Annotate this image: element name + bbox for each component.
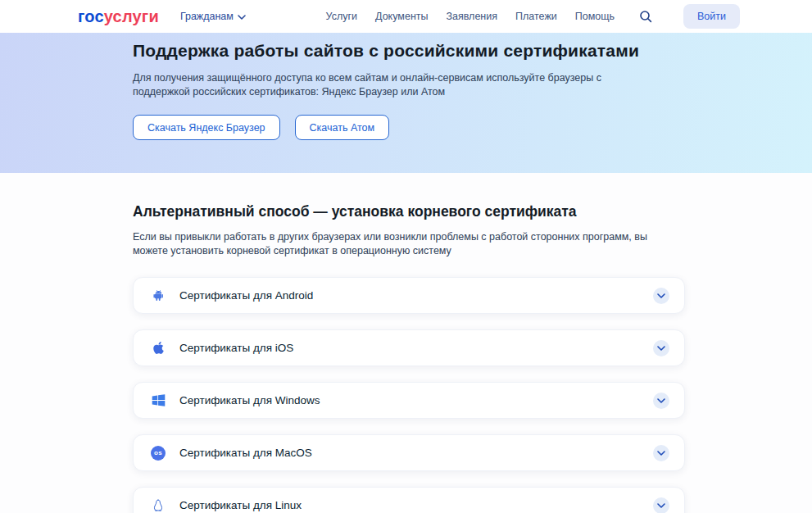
- download-atom-button[interactable]: Скачать Атом: [295, 115, 390, 140]
- nav-item-services[interactable]: Услуги: [326, 11, 357, 22]
- accordion-item-linux[interactable]: Сертификаты для Linux: [133, 487, 685, 513]
- section-title: Альтернативный способ — установка корнев…: [133, 203, 812, 220]
- section-description: Если вы привыкли работать в других брауз…: [133, 230, 674, 258]
- accordion-item-label: Сертификаты для Android: [179, 289, 313, 302]
- chevron-down-icon: [653, 393, 669, 409]
- os-badge: os: [151, 446, 166, 461]
- accordion-item-label: Сертификаты для Linux: [179, 499, 302, 511]
- apple-icon: [150, 340, 166, 356]
- accordion-item-android[interactable]: Сертификаты для Android: [133, 277, 685, 314]
- hero-buttons: Скачать Яндекс Браузер Скачать Атом: [133, 115, 812, 140]
- hero-description: Для получения защищённого доступа ко все…: [133, 71, 661, 99]
- android-icon: [150, 288, 166, 304]
- accordion-item-windows[interactable]: Сертификаты для Windows: [133, 382, 685, 419]
- alternative-method-section: Альтернативный способ — установка корнев…: [0, 173, 812, 513]
- accordion-item-ios[interactable]: Сертификаты для iOS: [133, 329, 685, 366]
- logo-part-red: услуги: [104, 7, 159, 25]
- chevron-down-icon: [653, 288, 669, 304]
- accordion-item-macos[interactable]: os Сертификаты для MacOS: [133, 434, 685, 471]
- nav-item-statements[interactable]: Заявления: [447, 11, 498, 22]
- hero-banner: Поддержка работы сайтов с российскими се…: [0, 33, 812, 173]
- windows-icon: [150, 393, 166, 409]
- download-yandex-browser-button[interactable]: Скачать Яндекс Браузер: [133, 115, 280, 140]
- header: госуслуги Гражданам Услуги Документы Зая…: [0, 0, 812, 33]
- main-nav: Услуги Документы Заявления Платежи Помощ…: [326, 4, 740, 29]
- logo-part-blue: гос: [78, 7, 104, 25]
- gosuslugi-logo[interactable]: госуслуги: [78, 7, 159, 26]
- linux-icon: [150, 497, 166, 513]
- audience-selector[interactable]: Гражданам: [180, 11, 246, 22]
- hero-title: Поддержка работы сайтов с российскими се…: [133, 41, 812, 61]
- macos-icon: os: [150, 445, 166, 461]
- accordion-item-label: Сертификаты для MacOS: [179, 447, 312, 459]
- login-button[interactable]: Войти: [683, 4, 740, 29]
- chevron-down-icon: [653, 340, 669, 356]
- nav-item-payments[interactable]: Платежи: [515, 11, 557, 22]
- accordion-item-label: Сертификаты для iOS: [179, 342, 293, 354]
- chevron-down-icon: [653, 497, 669, 513]
- search-icon[interactable]: [634, 5, 657, 28]
- audience-label: Гражданам: [180, 11, 234, 22]
- accordion-item-label: Сертификаты для Windows: [179, 394, 320, 406]
- certificates-accordion: Сертификаты для Android Сертификаты для …: [133, 277, 685, 513]
- nav-item-help[interactable]: Помощь: [575, 11, 615, 22]
- chevron-down-icon: [653, 445, 669, 461]
- nav-item-documents[interactable]: Документы: [375, 11, 428, 22]
- chevron-down-icon: [238, 11, 246, 22]
